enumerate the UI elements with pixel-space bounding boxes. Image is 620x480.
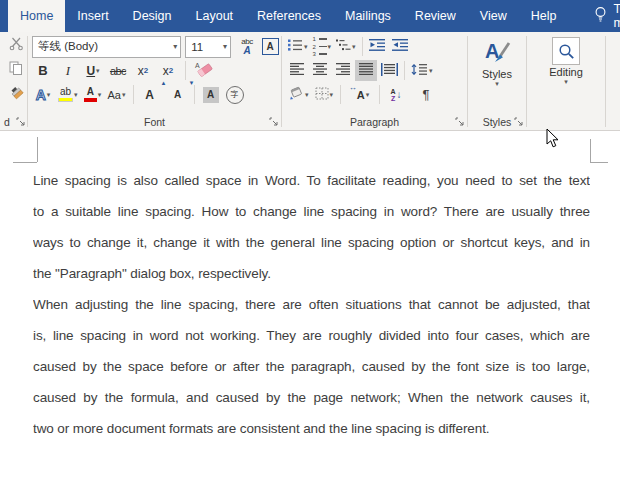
justify-button[interactable] [355,60,377,81]
format-painter-button[interactable] [5,83,27,104]
strikethrough-button[interactable]: abc [107,60,129,81]
borders-button[interactable]: ▾ [313,84,336,105]
styles-dialog-launcher[interactable] [514,116,523,128]
multilevel-list-icon [336,39,351,54]
change-case-button[interactable]: Aa▾ [106,84,128,105]
align-center-button[interactable] [309,60,331,81]
character-border-button[interactable]: A [259,36,281,57]
decrease-indent-button[interactable] [367,36,389,57]
grow-font-button[interactable]: A▲ [139,84,161,105]
highlight-icon: ab [58,87,73,103]
enclose-characters-icon: 字 [226,86,244,104]
align-right-button[interactable] [332,60,354,81]
shrink-font-button[interactable]: A▼ [167,84,189,105]
cut-button[interactable] [5,35,27,56]
lightbulb-icon [594,6,607,26]
font-size-value: 11 [191,41,203,53]
bullets-button[interactable]: ▾ [286,36,310,57]
ribbon: d 等线 (Body)▾ 11▾ abc A [0,32,620,131]
svg-text:A: A [485,40,499,62]
font-name-select[interactable]: 等线 (Body)▾ [32,36,181,58]
justify-icon [359,63,374,78]
tab-references[interactable]: References [245,0,333,32]
styles-icon: A [482,37,512,67]
bold-button[interactable]: B [32,60,54,81]
pilcrow-icon: ¶ [423,87,430,102]
paint-bucket-icon [288,86,304,103]
text-line: When adjusting the line spacing, there a… [33,289,590,320]
shading-button[interactable]: ▾ [286,84,311,105]
styles-button[interactable]: A Styles ▾ [468,35,526,114]
align-right-icon [336,63,351,78]
chevron-down-icon: ▾ [495,80,499,88]
page-margin-mark [13,162,37,163]
down-triangle-icon: ▼ [189,80,195,86]
font-color-icon: A [84,87,97,102]
show-hide-marks-button[interactable]: ¶ [415,84,437,105]
font-name-value: 等线 (Body) [38,39,98,54]
eraser-icon: A [194,61,214,80]
word-window: Home Insert Design Layout References Mai… [0,0,620,480]
character-shading-button[interactable]: A [200,84,222,105]
enclose-characters-button[interactable]: 字 [224,84,246,105]
sort-button[interactable]: AZ ↓ [385,84,407,105]
mouse-cursor-icon [546,128,560,153]
chevron-down-icon: ▾ [564,78,568,86]
tab-help[interactable]: Help [519,0,569,32]
tab-home[interactable]: Home [8,0,65,32]
text-line: two or more document formats are consist… [33,413,590,444]
format-painter-icon [9,85,24,103]
text-highlight-button[interactable]: ab▾ [56,84,80,105]
line-spacing-button[interactable]: ▾ [409,60,435,81]
paragraph-group-label: Paragraph [350,116,399,128]
font-group: 等线 (Body)▾ 11▾ abc A A [28,32,281,130]
phonetic-guide-button[interactable]: abc A [236,36,258,57]
text-line: ways to change it, change it with the ge… [33,227,590,258]
clear-formatting-button[interactable]: A [192,60,216,81]
font-color-button[interactable]: A▾ [82,84,104,105]
borders-icon [315,87,329,103]
copy-icon [9,61,23,78]
styles-group-label: Styles [483,116,512,128]
multilevel-list-button[interactable]: ▾ [334,36,358,57]
underline-button[interactable]: U▾ [82,60,104,81]
tab-layout[interactable]: Layout [184,0,246,32]
paragraph-2: When adjusting the line spacing, there a… [33,289,590,444]
bullets-icon [288,39,303,54]
numbering-icon: 1 2 3 [313,36,327,57]
align-left-icon [290,63,305,78]
text-effects-button[interactable]: A▾ [32,84,54,105]
paragraph-dialog-launcher[interactable] [455,116,464,128]
line-spacing-icon [411,63,428,79]
styles-group: A Styles ▾ Styles [468,32,526,130]
tab-design[interactable]: Design [121,0,184,32]
document-text: Line spacing is also called space in Wor… [33,165,590,444]
distribute-icon [381,63,398,79]
character-scaling-button[interactable]: ↔A▾ [352,84,374,105]
scissors-icon [9,37,24,54]
subscript-button[interactable]: x2 [132,60,154,81]
text-line: Line spacing is also called space in Wor… [33,165,590,196]
distribute-button[interactable] [378,60,400,81]
document-page[interactable]: Line spacing is also called space in Wor… [0,131,620,480]
tab-mailings[interactable]: Mailings [333,0,403,32]
copy-button[interactable] [5,59,27,80]
character-shading-icon: A [203,87,219,103]
tab-insert[interactable]: Insert [65,0,120,32]
text-line: caused by the formula, and caused by the… [33,382,590,413]
increase-indent-button[interactable] [390,36,412,57]
clipboard-dialog-launcher[interactable] [16,116,25,128]
tab-view[interactable]: View [468,0,519,32]
svg-text:A: A [195,62,200,69]
editing-button[interactable]: Editing ▾ [527,35,605,114]
numbering-button[interactable]: 1 2 3 ▾ [311,36,334,57]
align-left-button[interactable] [286,60,308,81]
font-dialog-launcher[interactable] [269,116,278,128]
font-size-select[interactable]: 11▾ [185,36,231,58]
tell-me[interactable]: Tell me [584,0,620,32]
tab-review[interactable]: Review [403,0,468,32]
italic-button[interactable]: I [57,60,79,81]
superscript-button[interactable]: x2 [157,60,179,81]
character-scaling-icon: ↔A [357,89,365,101]
clipboard-group-label: d [4,116,10,128]
